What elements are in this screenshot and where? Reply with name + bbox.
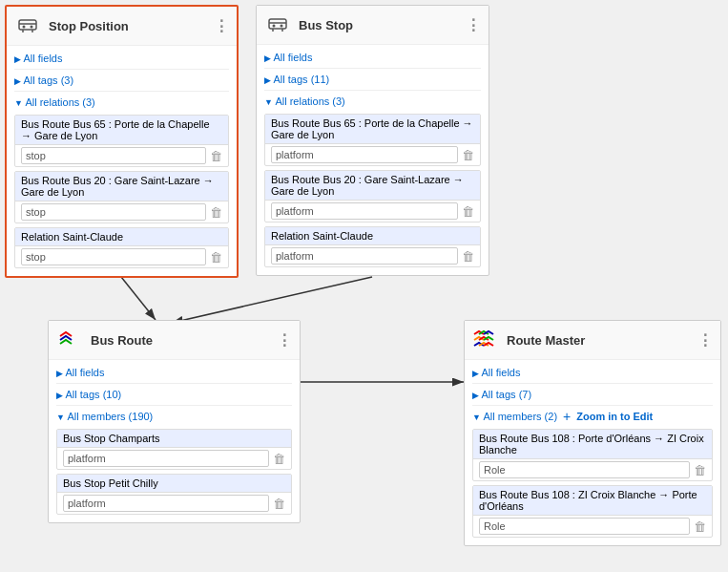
relation-header: Bus Route Bus 20 : Gare Saint-Lazare → G…: [265, 171, 480, 201]
relation-row: 🗑: [265, 201, 480, 222]
route-member-row: 🗑: [473, 459, 712, 480]
delete-icon[interactable]: 🗑: [462, 204, 474, 219]
relation-type-label: Bus Route: [21, 175, 70, 186]
relation-row: 🗑: [265, 144, 480, 165]
member-type-label: Bus Stop: [63, 477, 106, 489]
route-member-item: Bus Route Bus 108 : Porte d'Orléans → ZI…: [472, 429, 713, 481]
svg-rect-4: [19, 20, 36, 30]
member-type-label: Bus Stop: [63, 433, 106, 444]
route-member-header: Bus Route Bus 108 : ZI Croix Blanche → P…: [473, 486, 712, 516]
relation-row: 🗑: [15, 246, 228, 267]
all-fields-link-3[interactable]: All fields: [56, 364, 292, 381]
delete-icon[interactable]: 🗑: [694, 519, 706, 534]
relation-type-label: Bus Route: [271, 117, 320, 129]
relation-item: Bus Route Bus 65 : Porte de la Chapelle …: [264, 114, 481, 166]
route-master-title: Route Master: [507, 333, 697, 348]
relation-row: 🗑: [265, 245, 480, 266]
all-tags-link-4[interactable]: All tags (7): [472, 386, 713, 403]
delete-icon[interactable]: 🗑: [273, 452, 285, 466]
all-relations-link-2[interactable]: All relations (3): [264, 93, 481, 110]
bus-route-header: Bus Route ⋮: [49, 321, 300, 360]
bus-route-body: All fields All tags (10) All members (19…: [49, 360, 300, 522]
all-members-link-1[interactable]: All members (190): [56, 408, 292, 425]
bus-route-card: Bus Route ⋮ All fields All tags (10) All…: [48, 320, 301, 523]
delete-icon[interactable]: 🗑: [210, 250, 222, 265]
role-input[interactable]: [63, 495, 269, 512]
relation-name[interactable]: Saint-Claude: [62, 231, 123, 243]
zoom-btn[interactable]: Zoom in to Edit: [576, 411, 653, 422]
role-input[interactable]: [271, 247, 458, 265]
role-input[interactable]: [21, 147, 206, 164]
route-master-card: Route Master ⋮ All fields All tags (7) A…: [464, 320, 721, 546]
bus-stop-icon: [14, 12, 41, 39]
bus-stop-card: Bus Stop ⋮ All fields All tags (11) All …: [256, 5, 489, 276]
svg-point-13: [273, 25, 276, 28]
relation-type-label: Bus Route: [271, 174, 320, 185]
route-member-item: Bus Route Bus 108 : ZI Croix Blanche → P…: [472, 485, 713, 538]
route-member-type: Bus Route: [479, 433, 528, 444]
role-input[interactable]: [271, 146, 458, 163]
delete-icon[interactable]: 🗑: [462, 148, 474, 162]
delete-icon[interactable]: 🗑: [273, 497, 285, 511]
relation-item: Relation Saint-Claude 🗑: [264, 226, 481, 267]
all-tags-link-1[interactable]: All tags (3): [14, 72, 229, 89]
delete-icon[interactable]: 🗑: [210, 205, 222, 220]
svg-rect-10: [269, 19, 286, 29]
relation-item: Bus Route Bus 20 : Gare Saint-Lazare → G…: [264, 170, 481, 222]
role-input[interactable]: [479, 518, 690, 535]
stop-position-header: Stop Position ⋮: [7, 7, 237, 46]
bus-route-menu[interactable]: ⋮: [277, 331, 292, 350]
member-row: 🗑: [57, 448, 291, 469]
route-member-header: Bus Route Bus 108 : Porte d'Orléans → ZI…: [473, 430, 712, 459]
member-name[interactable]: Champarts: [109, 433, 160, 444]
member-item: Bus Stop Champarts 🗑: [56, 429, 292, 470]
all-tags-link-3[interactable]: All tags (10): [56, 386, 292, 403]
relation-type-label: Relation: [271, 230, 309, 242]
all-fields-link-1[interactable]: All fields: [14, 50, 229, 67]
all-relations-link-1[interactable]: All relations (3): [14, 94, 229, 111]
member-row: 🗑: [57, 493, 291, 514]
plus-icon[interactable]: +: [563, 409, 571, 424]
relation-header: Relation Saint-Claude: [265, 227, 480, 245]
delete-icon[interactable]: 🗑: [462, 249, 474, 264]
relation-type-label: Relation: [21, 231, 59, 243]
all-members-link-2[interactable]: All members (2): [472, 408, 557, 425]
member-name[interactable]: Petit Chilly: [109, 477, 158, 489]
role-input[interactable]: [271, 202, 458, 220]
delete-icon[interactable]: 🗑: [210, 149, 222, 163]
all-tags-link-2[interactable]: All tags (11): [264, 71, 481, 88]
bus-stop-header: Bus Stop ⋮: [257, 6, 489, 45]
member-header: Bus Stop Champarts: [57, 430, 291, 448]
bus-icon: [264, 11, 291, 38]
relation-header: Relation Saint-Claude: [15, 228, 228, 246]
stop-position-menu[interactable]: ⋮: [214, 17, 229, 35]
route-member-row: 🗑: [473, 516, 712, 537]
stop-position-body: All fields All tags (3) All relations (3…: [7, 46, 237, 276]
route-member-type: Bus Route: [479, 489, 528, 500]
svg-point-14: [281, 25, 283, 28]
role-input[interactable]: [479, 461, 690, 478]
svg-line-1: [121, 277, 156, 320]
delete-icon[interactable]: 🗑: [694, 463, 706, 477]
relation-header: Bus Route Bus 65 : Porte de la Chapelle …: [265, 115, 480, 144]
svg-point-7: [23, 26, 26, 29]
bus-route-icon: [56, 327, 83, 353]
route-master-menu[interactable]: ⋮: [697, 331, 713, 350]
member-item: Bus Stop Petit Chilly 🗑: [56, 474, 292, 515]
bus-stop-menu[interactable]: ⋮: [466, 16, 481, 34]
route-master-body: All fields All tags (7) All members (2) …: [465, 360, 720, 545]
all-fields-link-4[interactable]: All fields: [472, 364, 713, 381]
role-input[interactable]: [21, 203, 206, 221]
all-fields-link-2[interactable]: All fields: [264, 49, 481, 66]
relation-header: Bus Route Bus 20 : Gare Saint-Lazare → G…: [15, 172, 228, 201]
role-input[interactable]: [63, 450, 269, 467]
svg-point-8: [31, 26, 33, 29]
bus-route-title: Bus Route: [91, 333, 277, 348]
relation-name[interactable]: Saint-Claude: [312, 230, 373, 242]
relation-item: Bus Route Bus 65 : Porte de la Chapelle …: [14, 115, 229, 167]
relation-item: Relation Saint-Claude 🗑: [14, 227, 229, 268]
stop-position-title: Stop Position: [49, 19, 214, 33]
stop-position-card: Stop Position ⋮ All fields All tags (3) …: [5, 5, 239, 278]
role-input[interactable]: [21, 248, 206, 265]
relation-row: 🗑: [15, 201, 228, 222]
